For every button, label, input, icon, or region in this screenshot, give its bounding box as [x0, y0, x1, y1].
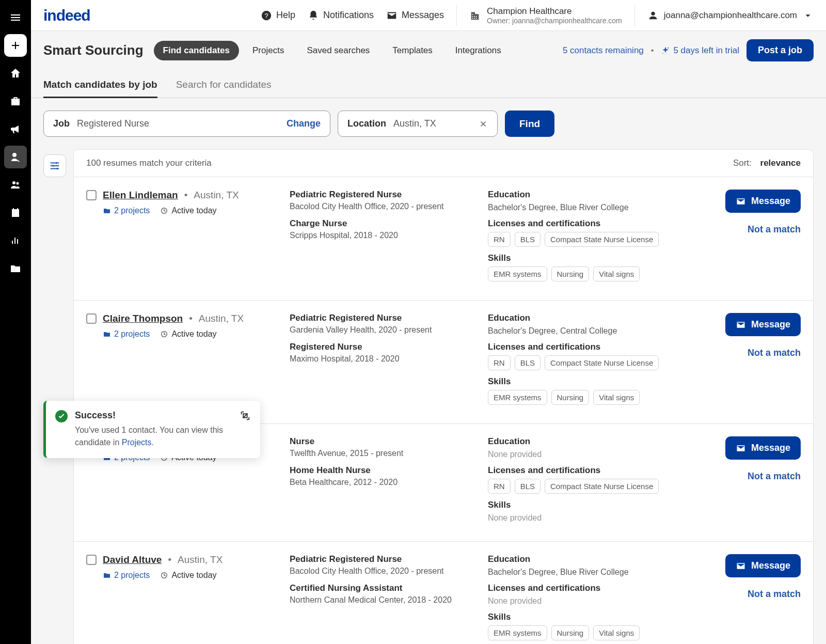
projects-link[interactable]: Projects: [122, 438, 152, 447]
sub-tab-0[interactable]: Match candidates by job: [43, 70, 157, 98]
not-a-match-button[interactable]: Not a match: [748, 589, 801, 600]
logo[interactable]: indeed: [43, 7, 90, 24]
megaphone-icon[interactable]: [4, 118, 27, 140]
experience-item: Certified Nursing AssistantNorthern Cana…: [290, 583, 475, 605]
select-candidate-checkbox[interactable]: [86, 555, 97, 565]
find-button[interactable]: Find: [505, 111, 554, 137]
license-tag: BLS: [515, 355, 541, 370]
location-value: Austin, TX: [393, 118, 471, 129]
messages-button[interactable]: Messages: [386, 10, 444, 21]
message-button[interactable]: Message: [725, 436, 801, 460]
topbar: indeed ? Help Notifications Messages Cha…: [31, 0, 826, 31]
expand-icon[interactable]: [240, 410, 251, 449]
add-icon[interactable]: [4, 34, 27, 57]
briefcase-icon[interactable]: [4, 90, 27, 113]
mail-icon: [736, 196, 746, 207]
search-row: Job Registered Nurse Change Location Aus…: [31, 98, 826, 149]
license-tag: Compact State Nurse License: [545, 479, 659, 494]
user-menu[interactable]: joanna@championhealthcare.com: [647, 10, 814, 21]
change-link[interactable]: Change: [287, 118, 321, 129]
help-icon: ?: [261, 10, 272, 21]
nav-tab-templates[interactable]: Templates: [383, 41, 441, 60]
notifications-button[interactable]: Notifications: [308, 10, 374, 21]
contacts-remaining[interactable]: 5 contacts remaining: [563, 45, 644, 56]
select-candidate-checkbox[interactable]: [86, 313, 97, 324]
company-name: Champion Healthcare: [487, 6, 622, 17]
experience-item: Pediatric Registered NurseBacolod City H…: [290, 554, 475, 576]
sparkle-icon: [661, 46, 670, 55]
experience-item: Pediatric Registered NurseBacolod City H…: [290, 190, 475, 211]
results-count: 100 resumes match your criteria: [86, 158, 212, 168]
skill-tag: Nursing: [551, 266, 590, 281]
job-search-box[interactable]: Job Registered Nurse Change: [43, 111, 330, 137]
nav-tab-projects[interactable]: Projects: [243, 41, 293, 60]
experience-item: Charge NurseScripps Hospital, 2018 - 202…: [290, 218, 475, 240]
experience-item: NurseTwelfth Avenue, 2015 - present: [290, 436, 475, 458]
home-icon[interactable]: [4, 62, 27, 85]
analytics-icon[interactable]: [4, 229, 27, 252]
nav-tab-find-candidates[interactable]: Find candidates: [154, 41, 239, 60]
user-icon: [647, 10, 659, 21]
filter-button[interactable]: [43, 154, 66, 177]
bell-icon: [308, 10, 319, 21]
projects-link[interactable]: 2 projects: [103, 571, 150, 580]
people-icon[interactable]: [4, 174, 27, 196]
select-candidate-checkbox[interactable]: [86, 190, 97, 200]
candidate-search-icon[interactable]: [4, 146, 27, 168]
job-value: Registered Nurse: [77, 118, 279, 129]
skill-tag: Vital signs: [593, 625, 640, 640]
candidate-name[interactable]: David Altuve: [103, 554, 162, 566]
skill-tag: Vital signs: [593, 390, 640, 405]
sub-tab-1[interactable]: Search for candidates: [176, 70, 272, 98]
not-a-match-button[interactable]: Not a match: [748, 471, 801, 482]
divider: [634, 5, 635, 26]
skill-tag: EMR systems: [488, 266, 547, 281]
check-circle-icon: [55, 410, 68, 422]
help-button[interactable]: ? Help: [261, 10, 295, 21]
chevron-down-icon: [802, 10, 814, 21]
company-owner: Owner: joanna@championhealthcare.com: [487, 17, 622, 25]
nav-tab-saved-searches[interactable]: Saved searches: [297, 41, 379, 60]
license-tag: BLS: [515, 479, 541, 494]
job-label: Job: [53, 118, 70, 129]
message-button[interactable]: Message: [725, 313, 801, 336]
svg-point-6: [668, 47, 669, 48]
svg-point-10: [57, 168, 59, 170]
page-title: Smart Sourcing: [43, 42, 144, 58]
projects-link[interactable]: 2 projects: [103, 206, 150, 215]
menu-icon[interactable]: [4, 6, 27, 29]
sort-button[interactable]: Sort: relevance: [722, 158, 801, 168]
not-a-match-button[interactable]: Not a match: [748, 348, 801, 358]
projects-link[interactable]: 2 projects: [103, 329, 150, 339]
sort-icon: [722, 159, 730, 167]
toast-title: Success!: [75, 410, 232, 421]
nav-tab-integrations[interactable]: Integrations: [446, 41, 511, 60]
sub-tabs: Match candidates by jobSearch for candid…: [31, 70, 826, 98]
location-search-box[interactable]: Location Austin, TX: [338, 111, 498, 137]
trial-status[interactable]: 5 days left in trial: [661, 45, 739, 56]
candidate-name[interactable]: Claire Thompson: [103, 313, 183, 324]
license-tag: RN: [488, 479, 511, 494]
building-icon: [469, 10, 481, 21]
folder-icon[interactable]: [4, 257, 27, 280]
skill-tag: Nursing: [551, 390, 590, 405]
location-label: Location: [347, 118, 386, 129]
sidebar: [0, 0, 31, 644]
candidate-name[interactable]: Ellen Lindleman: [103, 190, 178, 201]
calendar-icon[interactable]: [4, 201, 27, 224]
clear-location-button[interactable]: [479, 119, 488, 129]
message-button[interactable]: Message: [725, 190, 801, 213]
skill-tag: Vital signs: [593, 266, 640, 281]
svg-point-5: [651, 11, 655, 15]
company-selector[interactable]: Champion Healthcare Owner: joanna@champi…: [469, 6, 622, 25]
post-job-button[interactable]: Post a job: [746, 39, 814, 61]
candidate-location: Austin, TX: [178, 554, 223, 566]
activity-status: Active today: [160, 206, 216, 215]
divider: [456, 5, 457, 26]
mail-icon: [736, 443, 746, 453]
not-a-match-button[interactable]: Not a match: [748, 224, 801, 235]
message-button[interactable]: Message: [725, 554, 801, 577]
main: Smart Sourcing Find candidatesProjectsSa…: [31, 31, 826, 644]
candidate-card: David Altuve • Austin, TX2 projectsActiv…: [74, 541, 813, 644]
skill-tag: Nursing: [551, 625, 590, 640]
